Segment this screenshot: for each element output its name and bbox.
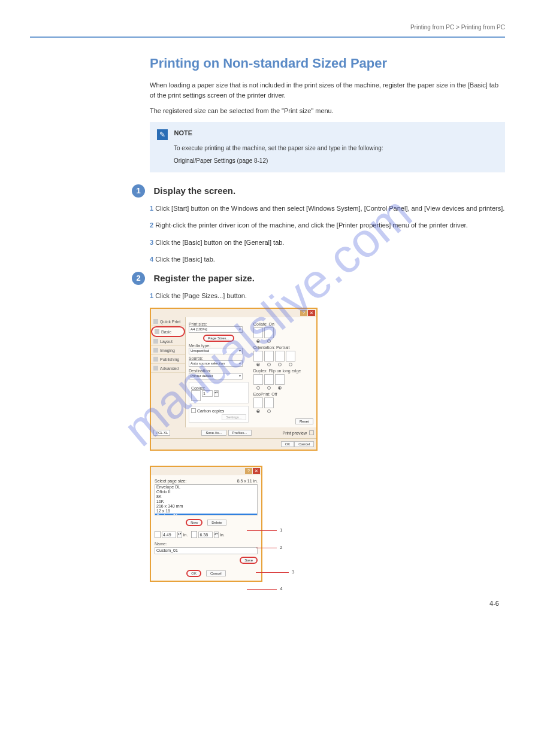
note-label: NOTE [174,129,192,136]
list-item[interactable]: 8K [155,494,257,499]
carbon-settings-button: Settings... [222,414,246,420]
ok-button[interactable]: OK [186,570,201,577]
height-input[interactable]: 6.38 [198,532,213,538]
list-item[interactable]: Envelope DL [155,485,257,490]
eco-on-icon[interactable] [264,397,274,408]
tab-basic[interactable]: Basic [151,326,185,337]
print-size-dropdown[interactable]: A4 [100%] [189,326,243,333]
callout-line-3 [256,572,289,573]
landscape-icon[interactable] [264,351,274,362]
page-sizes-button[interactable]: Page Sizes... [203,335,234,342]
rot-portrait-radio[interactable] [278,363,282,366]
callout-4: 4 [280,586,282,591]
height-spinner[interactable]: ▴▾ [214,532,219,538]
collate-on-radio[interactable] [256,339,260,343]
save-as-button[interactable]: Save As... [201,430,226,436]
help-icon[interactable]: ? [245,468,252,474]
page-number: 4-6 [30,600,499,607]
width-input[interactable]: 4.49 [162,532,176,538]
tab-publishing[interactable]: Publishing [151,355,185,364]
tab-advanced-label: Advanced [160,366,179,371]
close-icon[interactable]: ✕ [308,310,315,316]
intro-line2: The registered size can be selected from… [150,106,505,116]
advanced-icon [153,366,158,371]
rot-landscape-icon[interactable] [286,351,295,362]
save-button[interactable]: Save [240,557,258,564]
page-sizes-dialog: ? ✕ Select page size: 8.5 x 11 in. Envel… [150,466,262,582]
tab-advanced[interactable]: Advanced [151,364,185,373]
tab-imaging[interactable]: Imaging [151,346,185,355]
width-icon [155,531,161,538]
list-item[interactable]: 12 x 18 [155,509,257,514]
tab-quick-print-label: Quick Print [160,320,180,324]
note-text: To execute printing at the machine, set … [174,144,498,153]
source-dropdown[interactable]: Auto source selection [189,360,243,367]
collate-off-radio[interactable] [267,339,271,343]
reset-button[interactable]: Reset [295,418,313,424]
cancel-button[interactable]: Cancel [294,441,314,447]
delete-button[interactable]: Delete [207,520,226,526]
portrait-radio[interactable] [256,363,260,366]
duplex-off-icon[interactable] [275,374,285,385]
list-item[interactable]: 216 x 340 mm [155,504,257,509]
portrait-icon[interactable] [253,351,263,362]
tab-quick-print[interactable]: Quick Print [151,317,185,326]
step-1-number: 1 [132,184,145,198]
print-size-label: Print size: [189,322,249,326]
carbon-section: Carbon copies Settings... [189,406,249,423]
callout-line-1 [247,530,277,531]
new-button[interactable]: New [186,519,202,526]
substep-2-1-text: Click the [Page Sizes...] button. [155,292,247,299]
substep-2-text: Right-click the printer driver icon of t… [155,221,468,229]
substep-3-num: 3 [150,239,153,246]
collate-on-icon[interactable] [253,327,263,338]
close-icon[interactable]: ✕ [253,468,260,474]
dims-hint: 8.5 x 11 in. [237,479,258,483]
eco-off-radio[interactable] [256,409,260,413]
printing-preferences-dialog: ? ✕ Quick Print Basic Layout Imaging Pub… [150,308,318,451]
landscape-radio[interactable] [267,363,271,366]
collate-off-icon[interactable] [264,327,274,338]
duplex-off-radio[interactable] [278,386,282,390]
height-icon [191,531,197,538]
duplex-short-radio[interactable] [267,386,271,390]
eco-off-icon[interactable] [253,397,263,408]
callout-line-2 [256,548,277,548]
list-item[interactable]: Oficio II [155,490,257,494]
substep-3-text: Click the [Basic] button on the [General… [155,239,284,246]
page-size-list[interactable]: Envelope DL Oficio II 8K 16K 216 x 340 m… [155,484,258,515]
imaging-icon [153,348,158,353]
cancel-button[interactable]: Cancel [206,570,226,576]
dialog2-titlebar: ? ✕ [151,467,261,475]
rot-portrait-icon[interactable] [275,351,285,362]
copies-input[interactable]: 1 [202,390,213,397]
help-icon[interactable]: ? [300,310,307,316]
carbon-checkbox[interactable] [191,408,196,413]
note-ref: Original/Paper Settings (page 8-12) [174,156,498,165]
print-preview-checkbox[interactable] [309,430,314,435]
profiles-button[interactable]: Profiles... [228,430,252,436]
orientation-label: Orientation: Portrait [253,345,313,350]
duplex-long-icon[interactable] [253,374,263,385]
copies-spinner[interactable]: ▴▾ [214,390,219,397]
list-item[interactable]: 16K [155,499,257,504]
eco-on-radio[interactable] [267,409,271,413]
tab-layout[interactable]: Layout [151,337,185,346]
ok-button[interactable]: OK [281,441,295,447]
substep-1-num: 1 [150,205,153,212]
step-1-title: Display the screen. [153,184,235,198]
duplex-long-radio[interactable] [256,386,260,390]
copies-preview-icon [191,390,201,401]
name-input[interactable]: Custom_01 [155,547,258,554]
width-spinner[interactable]: ▴▾ [177,532,182,538]
media-type-dropdown[interactable]: Unspecified [189,348,243,354]
list-item-selected[interactable]: Custom_01 [155,514,257,515]
tab-publishing-label: Publishing [160,357,179,362]
tab-layout-label: Layout [160,339,173,344]
media-type-label: Media type: [189,344,249,348]
header-rule [30,37,505,38]
destination-dropdown[interactable]: Printer default [189,373,243,379]
copies-section: Copies: 1 ▴▾ [189,382,249,403]
rot-landscape-radio[interactable] [289,363,292,366]
duplex-short-icon[interactable] [264,374,274,385]
